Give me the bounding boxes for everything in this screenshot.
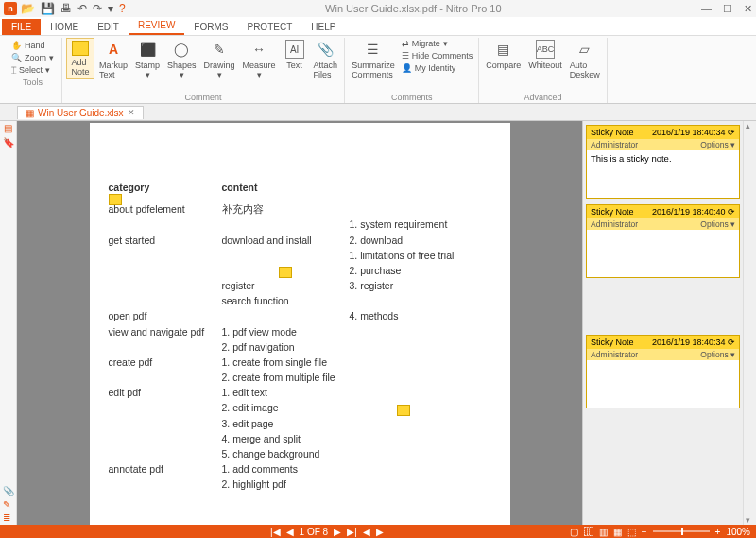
layers-panel-icon[interactable]: ≣	[3, 512, 14, 523]
zoom-tool[interactable]: 🔍Zoom ▾	[9, 52, 56, 63]
select-tool[interactable]: ⌶Select ▾	[9, 64, 56, 76]
close-tab-icon[interactable]: ✕	[128, 108, 135, 117]
undo-icon[interactable]: ↶	[77, 2, 87, 15]
hand-tool[interactable]: ✋Hand	[9, 40, 56, 51]
close-button[interactable]: ✕	[744, 3, 752, 15]
view-mode-icon[interactable]: ▦	[613, 527, 622, 537]
view-mode-icon[interactable]: ⬚	[627, 527, 636, 537]
shapes-icon: ◯	[172, 40, 191, 59]
table-cell: 1. pdf view mode	[222, 324, 350, 339]
pages-panel-icon[interactable]: ▤	[4, 123, 12, 133]
bookmarks-panel-icon[interactable]: 🔖	[3, 137, 14, 148]
table-cell	[109, 431, 222, 446]
note-options[interactable]: Options ▾	[700, 219, 735, 229]
deskew-button[interactable]: ▱Auto Deskew	[567, 38, 603, 81]
minimize-button[interactable]: —	[701, 3, 712, 15]
deskew-icon: ▱	[576, 40, 594, 59]
open-icon[interactable]: 📂	[21, 2, 35, 15]
tab-file[interactable]: FILE	[2, 19, 41, 35]
hide-comments-button[interactable]: ☰Hide Comments	[400, 50, 475, 61]
stamp-icon: ⬛	[138, 40, 157, 59]
table-cell	[109, 293, 222, 308]
tab-review[interactable]: REVIEW	[129, 17, 184, 35]
add-note-button[interactable]: Add Note	[66, 38, 94, 79]
next-page-icon[interactable]: ▶	[334, 527, 341, 537]
table-cell	[350, 355, 491, 370]
sticky-note-comment[interactable]: Sticky Note2016/1/19 18:40:34 ⟳Administr…	[586, 335, 740, 408]
identity-button[interactable]: 👤My Identity	[400, 62, 475, 74]
vertical-scrollbar[interactable]	[743, 121, 756, 525]
group-comments: ☰Summarize Comments ⇄Migrate ▾ ☰Hide Com…	[345, 38, 479, 103]
view-mode-icon[interactable]: ⿲	[584, 527, 593, 537]
table-cell: about pdfelement	[109, 201, 222, 217]
zoom-slider[interactable]	[653, 530, 710, 532]
print-icon[interactable]: 🖶	[60, 2, 72, 15]
table-cell	[350, 370, 491, 385]
shapes-button[interactable]: ◯Shapes▾	[164, 38, 199, 81]
view-mode-icon[interactable]: ▥	[599, 527, 608, 537]
last-page-icon[interactable]: ▶|	[347, 527, 357, 537]
table-cell: edit pdf	[109, 385, 222, 400]
table-cell: create pdf	[109, 355, 222, 370]
sticky-note-comment[interactable]: Sticky Note2016/1/19 18:40:40 ⟳Administr…	[586, 204, 740, 278]
sticky-note-marker[interactable]	[279, 267, 292, 278]
ribbon: ✋Hand 🔍Zoom ▾ ⌶Select ▾ Tools Add Note A…	[0, 36, 756, 104]
tab-forms[interactable]: FORMS	[184, 19, 237, 35]
help-icon[interactable]: ?	[119, 2, 126, 15]
tab-home[interactable]: HOME	[41, 19, 88, 35]
note-body[interactable]: This is a sticky note.	[587, 150, 739, 198]
zoom-in-icon[interactable]: +	[715, 527, 721, 537]
redo-icon[interactable]: ↷	[93, 2, 102, 15]
signatures-panel-icon[interactable]: ✎	[3, 499, 14, 510]
note-title: Sticky Note	[591, 128, 634, 137]
save-icon[interactable]: 💾	[41, 2, 55, 15]
table-cell: open pdf	[109, 308, 222, 323]
table-cell	[222, 248, 350, 263]
document-tab[interactable]: ▦ Win User Guide.xlsx ✕	[17, 106, 144, 119]
document-tab-label: Win User Guide.xlsx	[38, 108, 124, 118]
tab-edit[interactable]: EDIT	[88, 19, 129, 35]
prev-page-icon[interactable]: ◀	[286, 527, 294, 537]
qat-dropdown-icon[interactable]: ▾	[108, 2, 113, 15]
note-options[interactable]: Options ▾	[700, 140, 735, 149]
drawing-button[interactable]: ✎Drawing▾	[201, 38, 238, 81]
table-cell	[109, 248, 222, 263]
note-title: Sticky Note	[591, 338, 634, 347]
text-button[interactable]: AIText	[281, 38, 309, 72]
forward-view-icon[interactable]: ▶	[376, 527, 384, 537]
tab-protect[interactable]: PROTECT	[237, 19, 301, 35]
note-options[interactable]: Options ▾	[700, 350, 735, 359]
maximize-button[interactable]: ☐	[723, 3, 732, 15]
compare-button[interactable]: ▤Compare	[483, 38, 524, 72]
doc-icon: ▦	[26, 108, 34, 118]
summarize-button[interactable]: ☰Summarize Comments	[349, 38, 398, 81]
back-view-icon[interactable]: ◀	[363, 527, 370, 537]
whiteout-button[interactable]: ABCWhiteout	[525, 38, 565, 72]
document-viewport[interactable]: category content about pdfelement补充内容1. …	[17, 121, 582, 525]
measure-button[interactable]: ↔Measure▾	[240, 38, 279, 81]
table-cell	[109, 446, 222, 461]
zoom-out-icon[interactable]: −	[642, 527, 647, 537]
table-cell	[350, 400, 491, 415]
table-cell	[350, 461, 491, 477]
col-header-category: category	[109, 180, 222, 201]
whiteout-icon: ABC	[536, 40, 555, 59]
tab-help[interactable]: HELP	[301, 19, 345, 35]
note-body[interactable]	[587, 360, 739, 408]
sticky-note-comment[interactable]: Sticky Note2016/1/19 18:40:34 ⟳Administr…	[586, 125, 740, 199]
hand-icon: ✋	[11, 41, 22, 50]
sticky-note-marker[interactable]	[109, 194, 122, 205]
markup-button[interactable]: AMarkup Text	[96, 38, 130, 81]
migrate-button[interactable]: ⇄Migrate ▾	[400, 38, 475, 49]
table-cell	[109, 339, 222, 355]
view-mode-icon[interactable]: ▢	[570, 527, 578, 537]
table-cell: view and navigate pdf	[109, 324, 222, 339]
table-cell	[109, 217, 222, 232]
sticky-note-marker[interactable]	[397, 405, 410, 416]
table-cell: 2. edit image	[222, 400, 350, 415]
attachments-panel-icon[interactable]: 📎	[3, 486, 14, 496]
attach-button[interactable]: 📎Attach Files	[311, 38, 341, 81]
stamp-button[interactable]: ⬛Stamp▾	[132, 38, 163, 81]
first-page-icon[interactable]: |◀	[270, 527, 281, 537]
note-body[interactable]	[587, 230, 739, 277]
